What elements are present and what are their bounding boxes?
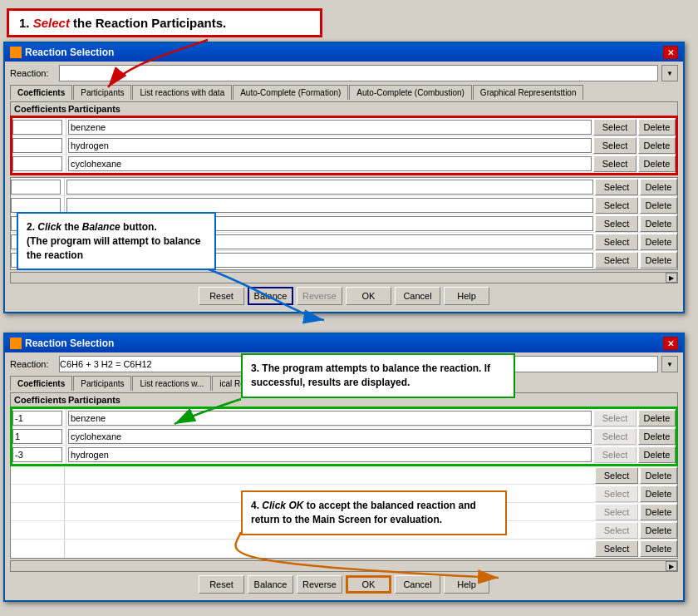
delete2-button-4[interactable]: Delete — [640, 467, 677, 484]
dialog1-reset-button[interactable]: Reset — [199, 287, 244, 305]
coeff2-input-2[interactable] — [12, 429, 62, 444]
dialog1-bottom-buttons: Reset Balance Reverse OK Cancel Help — [10, 283, 678, 308]
part-name-input-5[interactable] — [66, 198, 593, 213]
step3-text: The program attempts to balance the reac… — [251, 362, 490, 388]
delete2-button-5[interactable]: Delete — [640, 485, 677, 502]
delete2-button-3[interactable]: Delete — [638, 446, 676, 463]
dialog1-ok-button[interactable]: OK — [346, 287, 391, 305]
step1-select: Select — [33, 16, 70, 30]
part-name-input-4[interactable] — [66, 180, 593, 195]
table-row: Select Delete — [12, 155, 676, 173]
part-name-input-3[interactable] — [68, 156, 592, 171]
delete2-button-6[interactable]: Delete — [640, 504, 677, 520]
delete2-button-1[interactable]: Delete — [638, 410, 676, 426]
dialog2-reverse-button[interactable]: Reverse — [297, 575, 342, 594]
dialog1-reaction-input[interactable] — [59, 65, 658, 81]
step4-label: 4. — [251, 500, 259, 511]
dialog1-help-button[interactable]: Help — [444, 287, 489, 305]
step3-annotation: 3. The program attempts to balance the r… — [241, 353, 515, 398]
delete-button-6[interactable]: Delete — [640, 215, 677, 232]
select-button-7[interactable]: Select — [595, 234, 638, 250]
select-button-3[interactable]: Select — [593, 155, 637, 172]
step4-click: Click — [262, 500, 286, 511]
step2-balance: Balance — [82, 221, 120, 233]
select2-button-3[interactable]: Select — [593, 446, 637, 463]
part2-name-input-3[interactable] — [68, 447, 592, 462]
tab-coefficients[interactable]: Coefficients — [10, 85, 72, 100]
delete-button-5[interactable]: Delete — [640, 197, 677, 214]
tab-graphical[interactable]: Graphical Representsttion — [473, 85, 584, 100]
dialog2-title: Reaction Selection — [25, 338, 114, 349]
dialog1-icon — [10, 47, 22, 58]
step4-annotation: 4. Click OK to accept the balanced react… — [241, 490, 507, 535]
delete2-button-8[interactable]: Delete — [640, 540, 677, 557]
dialog2-reaction-dropdown[interactable]: ▼ — [661, 356, 678, 372]
delete-button-2[interactable]: Delete — [638, 137, 676, 154]
step2-click: Click — [37, 221, 61, 233]
dialog1-reaction-dropdown[interactable]: ▼ — [661, 65, 678, 81]
select2-button-5[interactable]: Select — [595, 485, 638, 502]
select2-button-7[interactable]: Select — [595, 522, 638, 539]
select2-button-2[interactable]: Select — [593, 428, 637, 445]
dialog1-reverse-button[interactable]: Reverse — [297, 287, 342, 305]
select-button-4[interactable]: Select — [595, 179, 638, 195]
step2-text-explain: (The program will attempt to balance the… — [27, 235, 200, 261]
delete2-button-2[interactable]: Delete — [638, 428, 676, 445]
dialog2-reset-button[interactable]: Reset — [199, 575, 244, 594]
dialog1-balance-button[interactable]: Balance — [248, 287, 293, 305]
delete-button-8[interactable]: Delete — [640, 252, 677, 269]
select2-button-8[interactable]: Select — [595, 540, 638, 557]
header-coefficients: Coefficients — [14, 104, 68, 114]
select2-button-4[interactable]: Select — [595, 467, 638, 484]
coeff-input-5[interactable] — [11, 198, 61, 213]
delete-button-3[interactable]: Delete — [638, 155, 676, 172]
coeff-input-3[interactable] — [12, 156, 62, 171]
dialog2-balance-button[interactable]: Balance — [248, 575, 293, 594]
select-button-2[interactable]: Select — [593, 137, 637, 154]
select2-button-1[interactable]: Select — [593, 410, 637, 426]
part2-name-input-2[interactable] — [68, 429, 592, 444]
tab-participants[interactable]: Participants — [73, 85, 131, 100]
select-button-8[interactable]: Select — [595, 252, 638, 269]
delete-button-1[interactable]: Delete — [638, 119, 676, 136]
step2-text-the: the — [64, 221, 81, 233]
dialog2-icon — [10, 338, 22, 349]
delete-button-4[interactable]: Delete — [640, 179, 677, 195]
step1-label: 1. — [19, 16, 30, 30]
table-row: Select Delete — [12, 136, 676, 155]
dialog2-cancel-button[interactable]: Cancel — [395, 575, 440, 594]
step2-annotation: 2. Click the Balance button. (The progra… — [17, 212, 216, 270]
dialog2-titlebar: Reaction Selection ✕ — [5, 334, 683, 352]
tab-list-reactions[interactable]: List reactions with data — [132, 85, 232, 100]
select-button-5[interactable]: Select — [595, 197, 638, 214]
select-button-6[interactable]: Select — [595, 215, 638, 232]
dialog2-close-button[interactable]: ✕ — [663, 337, 678, 350]
dialog2-help-button[interactable]: Help — [444, 575, 489, 594]
tab-autocomplete-combustion[interactable]: Auto-Complete (Combustion) — [349, 85, 472, 100]
coeff-input-1[interactable] — [12, 120, 62, 135]
coeff-input-2[interactable] — [12, 138, 62, 153]
select2-button-6[interactable]: Select — [595, 504, 638, 520]
dialog2-ok-button[interactable]: OK — [346, 575, 391, 594]
coeff2-input-1[interactable] — [12, 411, 62, 426]
step4-ok: OK — [288, 500, 303, 511]
step1-annotation: 1. Select the Reaction Participants. — [7, 8, 322, 37]
step3-label: 3. — [251, 362, 259, 374]
tab2-coefficients[interactable]: Coefficients — [10, 376, 72, 391]
tab2-list[interactable]: List reactions w... — [132, 376, 211, 391]
tab2-participants[interactable]: Participants — [73, 376, 131, 391]
tab-autocomplete-formation[interactable]: Auto-Complete (Formation) — [233, 85, 348, 100]
dialog1-close-button[interactable]: ✕ — [663, 46, 678, 59]
part-name-input-2[interactable] — [68, 138, 592, 153]
delete2-button-7[interactable]: Delete — [640, 522, 677, 539]
select-button-1[interactable]: Select — [593, 119, 637, 136]
dialog1-title: Reaction Selection — [25, 47, 114, 58]
coeff-input-4[interactable] — [11, 180, 61, 195]
part2-name-input-1[interactable] — [68, 411, 592, 426]
coeff2-input-3[interactable] — [12, 447, 62, 462]
step2-label: 2. — [27, 221, 35, 233]
dialog1-cancel-button[interactable]: Cancel — [395, 287, 440, 305]
delete-button-7[interactable]: Delete — [640, 234, 677, 250]
part-name-input-1[interactable] — [68, 120, 592, 135]
table-row: Select Delete — [12, 118, 676, 136]
